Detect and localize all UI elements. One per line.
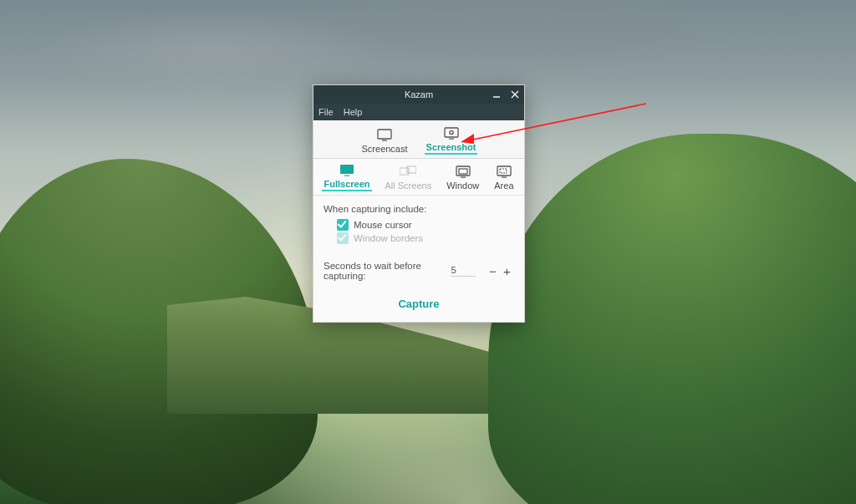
option-mouse-cursor-label: Mouse cursor — [354, 220, 412, 230]
screenshot-icon — [443, 126, 460, 141]
timer-decrement-button[interactable]: − — [486, 262, 500, 279]
titlebar[interactable]: Kazam — [313, 85, 524, 104]
svg-line-1 — [512, 91, 518, 98]
target-fullscreen[interactable]: Fullscreen — [322, 163, 371, 191]
svg-rect-4 — [382, 140, 387, 141]
option-window-borders-label: Window borders — [354, 233, 423, 243]
svg-rect-3 — [378, 130, 391, 139]
target-area[interactable]: Area — [492, 165, 515, 191]
svg-line-2 — [512, 91, 518, 98]
options-section-label: When capturing include: — [324, 204, 514, 214]
checkbox-icon — [337, 219, 349, 231]
target-fullscreen-label: Fullscreen — [322, 180, 371, 191]
close-icon[interactable] — [509, 89, 521, 100]
svg-rect-7 — [449, 139, 454, 140]
target-area-label: Area — [492, 181, 515, 191]
window-icon — [455, 165, 471, 180]
svg-point-6 — [449, 130, 452, 134]
menubar: File Help — [313, 104, 524, 120]
target-all-screens: All Screens — [384, 165, 434, 191]
option-mouse-cursor[interactable]: Mouse cursor — [337, 219, 514, 231]
minimize-icon[interactable] — [491, 89, 502, 100]
svg-rect-15 — [497, 166, 511, 176]
svg-rect-16 — [500, 169, 507, 173]
svg-rect-17 — [502, 177, 507, 178]
timer-label: Seconds to wait before capturing: — [324, 261, 446, 281]
target-window[interactable]: Window — [445, 165, 481, 191]
timer-value[interactable]: 5 — [451, 265, 475, 277]
mode-screenshot-label: Screenshot — [425, 143, 478, 155]
menu-help[interactable]: Help — [344, 107, 363, 117]
checkbox-icon — [337, 232, 349, 244]
all-screens-icon — [400, 165, 416, 180]
area-icon — [496, 165, 512, 180]
svg-rect-5 — [445, 128, 458, 137]
window-title: Kazam — [405, 89, 433, 99]
svg-rect-14 — [461, 177, 466, 178]
fullscreen-icon — [339, 163, 355, 178]
capture-button[interactable]: Capture — [313, 284, 524, 322]
target-all-screens-label: All Screens — [384, 181, 434, 191]
timer-increment-button[interactable]: + — [500, 262, 514, 279]
kazam-window: Kazam File Help Screencast — [313, 84, 525, 323]
target-toolbar: Fullscreen All Screens Window Area — [313, 159, 524, 196]
menu-file[interactable]: File — [318, 107, 334, 117]
desktop-wallpaper: Kazam File Help Screencast — [0, 0, 856, 504]
screencast-icon — [376, 128, 393, 143]
options-panel: When capturing include: Mouse cursor Win… — [313, 196, 524, 284]
mode-screenshot[interactable]: Screenshot — [425, 126, 478, 158]
target-window-label: Window — [445, 181, 481, 191]
svg-rect-9 — [344, 176, 349, 176]
mode-screencast-label: Screencast — [360, 145, 410, 155]
svg-rect-13 — [459, 169, 467, 174]
mode-screencast[interactable]: Screencast — [360, 128, 410, 158]
mode-toolbar: Screencast Screenshot — [313, 120, 524, 159]
svg-rect-8 — [340, 165, 354, 174]
option-window-borders: Window borders — [337, 232, 514, 244]
timer-row: Seconds to wait before capturing: 5 − + — [324, 261, 514, 281]
